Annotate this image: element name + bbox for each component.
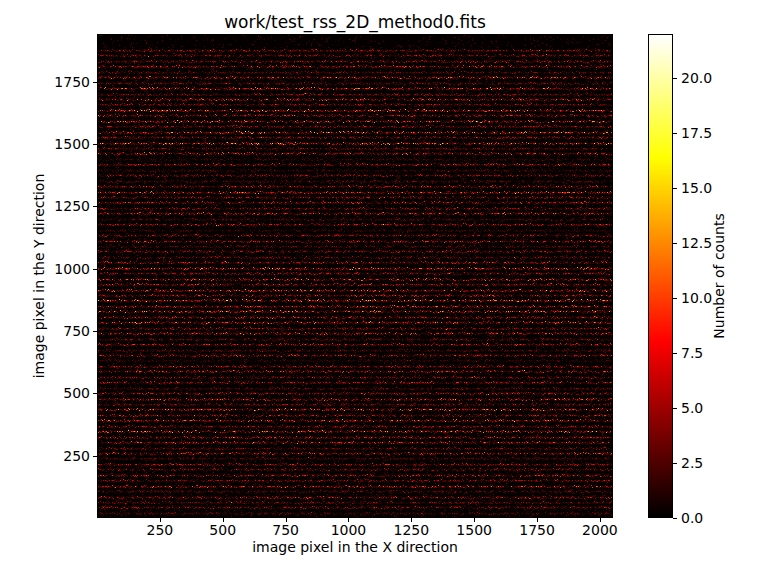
matplotlib-figure: work/test_rss_2D_method0.fits image pixe…: [0, 0, 768, 576]
x-tick-label: 500: [209, 522, 236, 538]
y-tick-mark: [93, 206, 97, 207]
x-axis-label: image pixel in the X direction: [97, 539, 613, 555]
colorbar-tick-mark: [673, 243, 677, 244]
colorbar-tick-label: 10.0: [681, 290, 712, 306]
colorbar-tick-mark: [673, 463, 677, 464]
x-tick-label: 250: [146, 522, 173, 538]
y-tick-mark: [93, 393, 97, 394]
y-tick-mark: [93, 331, 97, 332]
colorbar: [648, 34, 673, 518]
colorbar-tick-mark: [673, 408, 677, 409]
x-tick-label: 2000: [582, 522, 618, 538]
y-tick-label: 500: [63, 385, 90, 401]
colorbar-tick-mark: [673, 78, 677, 79]
colorbar-tick-mark: [673, 518, 677, 519]
x-tick-label: 1750: [519, 522, 555, 538]
colorbar-tick-mark: [673, 298, 677, 299]
colorbar-tick-mark: [673, 133, 677, 134]
colorbar-tick-label: 7.5: [681, 345, 703, 361]
colorbar-tick-mark: [673, 188, 677, 189]
colorbar-tick-label: 17.5: [681, 125, 712, 141]
plot-title: work/test_rss_2D_method0.fits: [97, 12, 613, 32]
colorbar-tick-mark: [673, 353, 677, 354]
y-tick-mark: [93, 144, 97, 145]
y-tick-mark: [93, 456, 97, 457]
heatmap-plot-area: [97, 34, 613, 518]
x-tick-label: 1500: [456, 522, 492, 538]
colorbar-tick-label: 0.0: [681, 510, 703, 526]
y-tick-label: 1000: [54, 261, 90, 277]
colorbar-tick-label: 20.0: [681, 70, 712, 86]
y-axis-label: image pixel in the Y direction: [31, 76, 49, 476]
colorbar-label: Number of counts: [711, 176, 729, 376]
y-tick-label: 1750: [54, 74, 90, 90]
y-tick-label: 250: [63, 448, 90, 464]
y-tick-mark: [93, 82, 97, 83]
y-tick-mark: [93, 269, 97, 270]
colorbar-tick-label: 12.5: [681, 235, 712, 251]
x-tick-label: 1000: [331, 522, 367, 538]
x-tick-label: 750: [272, 522, 299, 538]
colorbar-tick-label: 5.0: [681, 400, 703, 416]
x-tick-label: 1250: [393, 522, 429, 538]
colorbar-tick-label: 15.0: [681, 180, 712, 196]
y-tick-label: 1250: [54, 198, 90, 214]
colorbar-tick-label: 2.5: [681, 455, 703, 471]
y-tick-label: 750: [63, 323, 90, 339]
heatmap-image: [98, 35, 612, 517]
y-tick-label: 1500: [54, 136, 90, 152]
